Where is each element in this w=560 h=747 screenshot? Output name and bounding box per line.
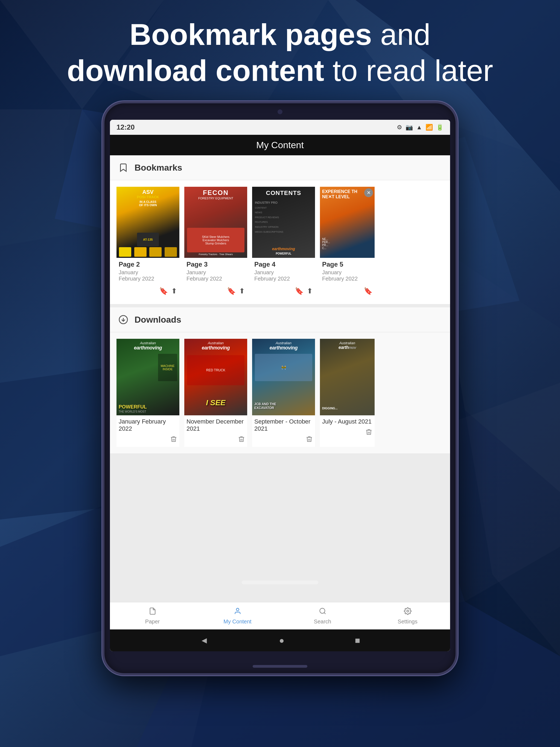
download-thumb-1: Australian earthmoving POWERFUL THE WORL… <box>117 339 179 415</box>
download-thumb-2: Australian earthmoving I SEE RED TRUCK <box>184 339 247 415</box>
camera-status-icon: 📷 <box>406 124 413 131</box>
nav-item-paper[interactable]: Paper <box>110 607 195 625</box>
bookmark-date-4: JanuaryFebruary 2022 <box>322 269 373 282</box>
download-card-1[interactable]: Australian earthmoving POWERFUL THE WORL… <box>117 339 179 447</box>
download-title-4: July - August 2021 <box>320 415 375 426</box>
bookmark-page-4: Page 5 <box>322 261 373 268</box>
downloads-scroll[interactable]: Australian earthmoving POWERFUL THE WORL… <box>110 332 450 453</box>
nav-item-search[interactable]: Search <box>280 607 365 625</box>
download-card-2[interactable]: Australian earthmoving I SEE RED TRUCK <box>184 339 247 447</box>
download-title-3: September - October2021 <box>252 415 315 433</box>
nav-label-settings: Settings <box>398 618 417 625</box>
bookmark-actions-1: 🔖 ⬆ <box>117 285 179 298</box>
status-time: 12:20 <box>117 123 135 131</box>
bookmarks-title: Bookmarks <box>134 163 182 173</box>
bookmark-thumb-4: EXPERIENCE THNE✕T LEVEL ✕ NE...PER...PR.… <box>320 187 375 258</box>
nav-item-my-content[interactable]: My Content <box>195 607 280 625</box>
android-recents-btn[interactable]: ■ <box>355 636 360 646</box>
bookmark-info-3: Page 4 JanuaryFebruary 2022 <box>252 258 315 285</box>
bookmark-page-1: Page 2 <box>119 261 177 268</box>
downloads-section: Downloads Australian earthmoving <box>110 307 450 453</box>
bookmark-icon-3[interactable]: 🔖 <box>295 287 304 295</box>
bookmark-date-3: JanuaryFebruary 2022 <box>254 269 313 282</box>
bookmark-icon-2[interactable]: 🔖 <box>227 287 236 295</box>
headline: Bookmark pages and download content to r… <box>0 17 560 88</box>
bookmark-actions-3: 🔖 ⬆ <box>252 285 315 298</box>
download-thumb-3: Australian earthmoving JCB AND THEEXCAVA… <box>252 339 315 415</box>
wifi-icon: ▲ <box>416 124 422 131</box>
share-icon-2[interactable]: ⬆ <box>239 287 245 295</box>
downloads-icon <box>117 313 130 327</box>
nav-label-paper: Paper <box>145 618 160 625</box>
android-nav: ◄ ● ■ <box>110 629 450 651</box>
bookmark-thumb-3: CONTENTS INDUSTRY PRO CONTENTNEWSPRODUCT… <box>252 187 315 258</box>
nav-paper-icon <box>149 607 156 617</box>
side-button-volume-down <box>456 232 458 254</box>
bookmark-page-3: Page 4 <box>254 261 313 268</box>
side-button-volume-up <box>456 199 458 221</box>
app-header: My Content <box>110 135 450 155</box>
download-delete-3[interactable] <box>252 433 315 447</box>
bookmark-card-3[interactable]: CONTENTS INDUSTRY PRO CONTENTNEWSPRODUCT… <box>252 187 315 298</box>
bookmark-date-2: JanuaryFebruary 2022 <box>186 269 245 282</box>
status-icons: ⚙ 📷 ▲ 📶 🔋 <box>397 124 443 131</box>
download-card-3[interactable]: Australian earthmoving JCB AND THEEXCAVA… <box>252 339 315 447</box>
bookmark-card-4[interactable]: EXPERIENCE THNE✕T LEVEL ✕ NE...PER...PR.… <box>320 187 375 298</box>
bookmark-thumb-1: ASV POSI-TRACK IN A CLASSOF ITS OWN <box>117 187 179 258</box>
bottom-nav: Paper My Content <box>110 602 450 629</box>
scrollable-content: Bookmarks ASV POSI-TRACK IN A CLASSOF IT… <box>110 155 450 602</box>
download-card-4[interactable]: Australian earthmov DIGGING... July - Au… <box>320 339 375 447</box>
bookmark-icon-4[interactable]: 🔖 <box>364 287 373 295</box>
bookmark-info-1: Page 2 JanuaryFebruary 2022 <box>117 258 179 285</box>
settings-status-icon: ⚙ <box>397 124 402 131</box>
share-icon-3[interactable]: ⬆ <box>307 287 313 295</box>
download-delete-4[interactable] <box>320 426 375 440</box>
nav-label-my-content: My Content <box>223 618 251 625</box>
download-thumb-4: Australian earthmov DIGGING... <box>320 339 375 415</box>
bookmark-info-2: Page 3 JanuaryFebruary 2022 <box>184 258 247 285</box>
app-header-title: My Content <box>256 140 304 150</box>
nav-label-search: Search <box>314 618 331 625</box>
share-icon-1[interactable]: ⬆ <box>171 287 177 295</box>
nav-item-settings[interactable]: Settings <box>365 607 450 625</box>
bookmark-actions-4: 🔖 <box>320 285 375 298</box>
bookmarks-icon <box>117 161 130 175</box>
tablet-frame: 12:20 ⚙ 📷 ▲ 📶 🔋 My Content <box>102 101 458 675</box>
bookmarks-header: Bookmarks <box>110 155 450 180</box>
headline-bold-1: Bookmark pages <box>130 18 372 51</box>
headline-bold-2: download content <box>67 54 324 87</box>
downloads-header: Downloads <box>110 307 450 332</box>
bookmark-card-2[interactable]: FECON FORESTRY EQUIPMENT SKid Steer Mulc… <box>184 187 247 298</box>
bookmark-page-2: Page 3 <box>186 261 245 268</box>
bookmark-date-1: JanuaryFebruary 2022 <box>119 269 177 282</box>
svg-point-24 <box>407 610 408 612</box>
bookmark-card-1[interactable]: ASV POSI-TRACK IN A CLASSOF ITS OWN <box>117 187 179 298</box>
android-home-btn[interactable]: ● <box>279 636 284 646</box>
download-delete-2[interactable] <box>184 433 247 447</box>
downloads-title: Downloads <box>134 315 181 325</box>
android-back-btn[interactable]: ◄ <box>200 636 209 646</box>
close-badge[interactable]: ✕ <box>364 188 373 197</box>
bookmarks-section: Bookmarks ASV POSI-TRACK IN A CLASSOF IT… <box>110 155 450 304</box>
bookmark-actions-2: 🔖 ⬆ <box>184 285 247 298</box>
bookmark-icon-1[interactable]: 🔖 <box>159 287 168 295</box>
camera-dot <box>278 109 282 114</box>
download-delete-1[interactable] <box>117 433 179 447</box>
signal-icon: 📶 <box>426 124 433 131</box>
svg-point-22 <box>320 608 325 613</box>
status-bar: 12:20 ⚙ 📷 ▲ 📶 🔋 <box>110 120 450 135</box>
tablet-screen: 12:20 ⚙ 📷 ▲ 📶 🔋 My Content <box>110 120 450 651</box>
battery-icon: 🔋 <box>436 124 443 131</box>
nav-search-icon <box>319 607 327 617</box>
download-title-1: January February 2022 <box>117 415 179 433</box>
bookmark-thumb-2: FECON FORESTRY EQUIPMENT SKid Steer Mulc… <box>184 187 247 258</box>
headline-normal-2: to read later <box>324 54 493 87</box>
nav-my-content-icon <box>234 607 241 617</box>
headline-normal-1: and <box>372 18 430 51</box>
svg-point-21 <box>236 608 239 611</box>
nav-settings-icon <box>404 607 411 617</box>
bottom-pill <box>242 581 318 584</box>
download-title-2: November December2021 <box>184 415 247 433</box>
bookmarks-scroll[interactable]: ASV POSI-TRACK IN A CLASSOF ITS OWN <box>110 180 450 304</box>
svg-line-23 <box>324 613 325 614</box>
